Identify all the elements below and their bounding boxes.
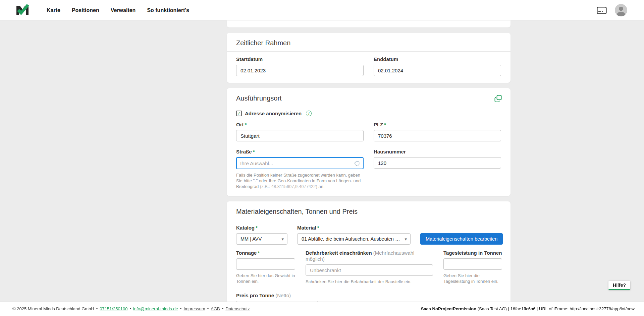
ort-label: Ort* bbox=[236, 122, 364, 128]
footer-impressum-link[interactable]: Impressum bbox=[183, 306, 205, 311]
enddatum-label: Enddatum bbox=[374, 56, 501, 62]
material-select[interactable]: 01 Abfälle, die beim Aufsuchen, Ausbeute… bbox=[297, 233, 411, 245]
footer-environment-info: Saas NoProjectPermission (Saas Test AG) … bbox=[421, 306, 635, 311]
card-ausfuehrungsort: Ausführungsort ✓ Adresse anonymisieren i… bbox=[227, 88, 511, 196]
anonymize-label: Adresse anonymisieren bbox=[245, 111, 302, 116]
card-material: Materialeigenschaften, Tonnen und Preis … bbox=[227, 201, 511, 316]
befahrbarkeit-label: Befahrbarkeit einschränken (Mehrfachausw… bbox=[306, 250, 433, 262]
tagesleistung-hint: Geben Sie hier die Tagesleistung in Tonn… bbox=[443, 273, 502, 284]
required-asterisk: * bbox=[384, 122, 386, 127]
tonnage-label: Tonnage* bbox=[236, 250, 295, 256]
required-asterisk: * bbox=[256, 225, 258, 231]
field-tagesleistung: Tagesleistung in Tonnen Geben Sie hier d… bbox=[443, 250, 502, 284]
main-nav: Karte Positionen Verwalten So funktionie… bbox=[47, 7, 189, 13]
nav-item-so-funktionierts[interactable]: So funktioniert's bbox=[147, 7, 189, 13]
nav-item-karte[interactable]: Karte bbox=[47, 7, 60, 13]
hausnummer-input[interactable] bbox=[374, 157, 501, 169]
field-enddatum: Enddatum bbox=[374, 56, 501, 76]
plz-input[interactable] bbox=[374, 130, 501, 141]
required-asterisk: * bbox=[317, 225, 319, 231]
field-plz: PLZ* bbox=[374, 122, 501, 141]
chevron-down-icon: ▾ bbox=[405, 237, 407, 242]
startdatum-label: Startdatum bbox=[236, 56, 364, 62]
footer-separator: • bbox=[207, 306, 209, 311]
enddatum-input[interactable] bbox=[374, 65, 501, 76]
field-befahrbarkeit: Befahrbarkeit einschränken (Mehrfachausw… bbox=[306, 250, 433, 285]
field-tonnage: Tonnage* Geben Sie hier das Gewicht in T… bbox=[236, 250, 295, 284]
strasse-hint-example: (z.B.: 48.8115607,9.4077422) bbox=[260, 184, 317, 189]
footer-datenschutz-link[interactable]: Datenschutz bbox=[225, 306, 250, 311]
footer: © 2025 Mineral Minds Deutschland GmbH • … bbox=[0, 302, 644, 316]
field-katalog: Katalog* MM | AVV ▾ bbox=[236, 225, 287, 245]
footer-separator: • bbox=[129, 306, 131, 311]
field-hausnummer: Hausnummer bbox=[374, 149, 501, 189]
nav-item-positionen[interactable]: Positionen bbox=[72, 7, 99, 13]
material-label: Material* bbox=[297, 225, 411, 231]
required-asterisk: * bbox=[245, 122, 247, 127]
footer-separator: • bbox=[96, 306, 98, 311]
katalog-label: Katalog* bbox=[236, 225, 287, 231]
footer-left: © 2025 Mineral Minds Deutschland GmbH • … bbox=[12, 306, 250, 311]
top-navbar: Karte Positionen Verwalten So funktionie… bbox=[0, 0, 644, 20]
loading-spinner-icon bbox=[355, 161, 360, 166]
tonnage-hint: Geben Sie hier das Gewicht in Tonnen ein… bbox=[236, 273, 295, 284]
copyright-text: © 2025 Mineral Minds Deutschland GmbH bbox=[12, 306, 94, 311]
field-material: Material* 01 Abfälle, die beim Aufsuchen… bbox=[297, 225, 411, 245]
saas-permission-label: Saas NoProjectPermission bbox=[421, 306, 476, 311]
strasse-input[interactable] bbox=[240, 161, 355, 166]
strasse-input-focused bbox=[236, 157, 364, 169]
required-asterisk: * bbox=[258, 250, 260, 256]
field-strasse: Straße* Falls die Position keiner Straße… bbox=[236, 149, 364, 189]
chevron-down-icon: ▾ bbox=[281, 237, 284, 242]
footer-separator: • bbox=[222, 306, 224, 311]
footer-separator: • bbox=[180, 306, 182, 311]
tagesleistung-label: Tagesleistung in Tonnen bbox=[443, 250, 502, 256]
befahrbarkeit-input[interactable] bbox=[306, 264, 433, 276]
form-column: Zeitlicher Rahmen Startdatum Enddatum bbox=[227, 20, 511, 316]
strasse-hint: Falls die Position keiner Straße zugeord… bbox=[236, 172, 364, 189]
anonymize-row: ✓ Adresse anonymisieren i bbox=[236, 111, 501, 116]
navbar-right bbox=[597, 4, 627, 16]
field-edit-material: Materialeigenschaften bearbeiten bbox=[420, 233, 503, 245]
tonnage-input[interactable] bbox=[236, 258, 295, 270]
card-partial-top bbox=[227, 20, 511, 27]
preis-label: Preis pro Tonne (Netto) bbox=[236, 293, 318, 299]
edit-material-properties-button[interactable]: Materialeigenschaften bearbeiten bbox=[420, 233, 503, 245]
section-title-material: Materialeigenschaften, Tonnen und Preis bbox=[227, 201, 511, 220]
footer-phone-link[interactable]: 07151/250100 bbox=[100, 306, 127, 311]
katalog-select[interactable]: MM | AVV ▾ bbox=[236, 233, 287, 245]
required-asterisk: * bbox=[253, 149, 255, 154]
startdatum-input[interactable] bbox=[236, 65, 364, 76]
saas-environment-details: (Saas Test AG) | 16fae1ffc6a6 | URL of i… bbox=[476, 306, 635, 311]
section-title-zeitraum: Zeitlicher Rahmen bbox=[227, 33, 511, 51]
tagesleistung-input[interactable] bbox=[443, 258, 502, 270]
footer-agb-link[interactable]: AGB bbox=[211, 306, 220, 311]
payment-card-icon[interactable] bbox=[597, 7, 607, 14]
card-zeitlicher-rahmen: Zeitlicher Rahmen Startdatum Enddatum bbox=[227, 33, 511, 83]
field-ort: Ort* bbox=[236, 122, 364, 141]
ort-input[interactable] bbox=[236, 130, 364, 141]
strasse-label: Straße* bbox=[236, 149, 364, 155]
field-startdatum: Startdatum bbox=[236, 56, 364, 76]
plz-label: PLZ* bbox=[374, 122, 501, 128]
section-title-ausfuehrungsort: Ausführungsort bbox=[227, 88, 511, 107]
copy-icon[interactable] bbox=[494, 95, 502, 102]
info-icon[interactable]: i bbox=[306, 111, 312, 116]
nav-item-verwalten[interactable]: Verwalten bbox=[111, 7, 136, 13]
footer-email-link[interactable]: info@mineral-minds.de bbox=[133, 306, 178, 311]
help-button[interactable]: Hilfe? bbox=[608, 281, 630, 290]
anonymize-checkbox[interactable]: ✓ bbox=[236, 111, 242, 116]
befahrbarkeit-hint: Schränken Sie hier die Befahrbarkeit der… bbox=[306, 279, 433, 285]
logo-icon bbox=[15, 4, 30, 17]
preis-label-suffix: (Netto) bbox=[275, 293, 291, 298]
mineral-minds-logo[interactable] bbox=[15, 4, 30, 17]
user-avatar[interactable] bbox=[615, 4, 627, 16]
hausnummer-label: Hausnummer bbox=[374, 149, 501, 155]
